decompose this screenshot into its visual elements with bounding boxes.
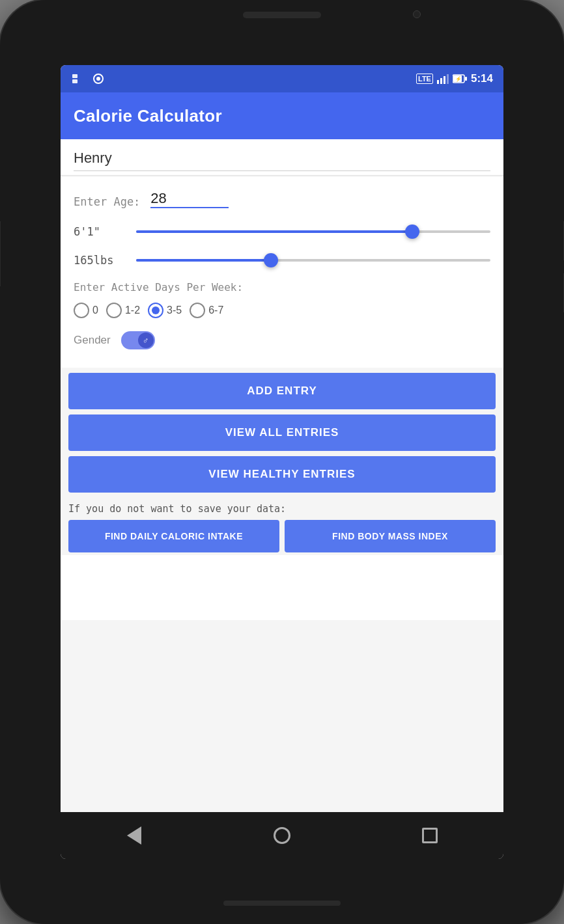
svg-text:⚡: ⚡: [455, 75, 462, 82]
name-input[interactable]: [74, 150, 490, 171]
radio-circle-0[interactable]: [74, 303, 89, 318]
content-area: Enter Age: 6'1" 165lbs: [61, 139, 503, 812]
height-slider-fill: [136, 230, 412, 233]
lte-badge: LTE: [416, 74, 433, 84]
status-system-icons: LTE ⚡ 5:14: [416, 72, 493, 85]
notification-icon-1: [71, 73, 85, 85]
height-slider-track: [136, 230, 490, 233]
radio-option-6-7[interactable]: 6-7: [190, 303, 223, 318]
no-save-label: If you do not want to save your data:: [61, 498, 503, 517]
radio-circle-1-2[interactable]: [106, 303, 122, 318]
radio-label-0: 0: [92, 305, 98, 316]
back-icon: [127, 826, 141, 845]
form-section: Enter Age: 6'1" 165lbs: [61, 177, 503, 368]
svg-rect-5: [440, 78, 442, 84]
signal-icon: [437, 74, 449, 84]
recents-button[interactable]: [418, 824, 442, 847]
weight-slider-container: [136, 252, 490, 268]
view-all-entries-button[interactable]: VIEW ALL ENTRIES: [68, 414, 496, 451]
svg-rect-6: [444, 76, 445, 84]
bottom-spacer: [61, 555, 503, 620]
bottom-buttons-row: FIND DAILY CALORIC INTAKE FIND BODY MASS…: [61, 517, 503, 555]
weight-row: 165lbs: [74, 252, 490, 268]
phone-frame: LTE ⚡ 5:14 Calorie Calculator: [0, 0, 564, 924]
find-bmi-button[interactable]: FIND BODY MASS INDEX: [285, 520, 496, 552]
height-row: 6'1": [74, 224, 490, 239]
weight-slider-track: [136, 259, 490, 262]
height-label: 6'1": [74, 225, 126, 238]
radio-circle-6-7[interactable]: [190, 303, 205, 318]
buttons-section: ADD ENTRY VIEW ALL ENTRIES VIEW HEALTHY …: [61, 368, 503, 498]
svg-rect-1: [72, 79, 78, 83]
clock: 5:14: [471, 72, 493, 85]
weight-slider-fill: [136, 259, 271, 262]
camera: [413, 10, 421, 18]
height-slider-container: [136, 224, 490, 239]
gender-row: Gender ♂: [74, 331, 490, 349]
svg-point-3: [96, 77, 100, 81]
name-section: [61, 139, 503, 176]
radio-option-3-5[interactable]: 3-5: [148, 303, 182, 318]
weight-label: 165lbs: [74, 254, 126, 267]
radio-option-1-2[interactable]: 1-2: [106, 303, 140, 318]
app-toolbar: Calorie Calculator: [61, 92, 503, 139]
radio-label-3-5: 3-5: [167, 305, 182, 316]
active-days-label: Enter Active Days Per Week:: [74, 281, 490, 293]
back-button[interactable]: [122, 824, 146, 847]
phone-screen: LTE ⚡ 5:14 Calorie Calculator: [61, 65, 503, 859]
svg-rect-4: [437, 80, 439, 84]
recents-icon: [422, 828, 438, 843]
svg-rect-10: [465, 77, 467, 81]
gender-toggle[interactable]: ♂: [121, 331, 155, 349]
radio-group: 0 1-2 3-5 6-7: [74, 303, 490, 318]
home-icon: [274, 827, 290, 844]
radio-label-1-2: 1-2: [125, 305, 140, 316]
age-row: Enter Age:: [74, 190, 490, 208]
battery-icon: ⚡: [453, 74, 467, 83]
home-button[interactable]: [270, 824, 294, 847]
radio-label-6-7: 6-7: [208, 305, 223, 316]
weight-slider-thumb[interactable]: [264, 253, 278, 267]
svg-rect-7: [447, 74, 449, 84]
gender-toggle-thumb: ♂: [138, 333, 154, 348]
notification-icon-2: [92, 73, 105, 85]
status-notifications: [71, 73, 105, 85]
radio-circle-3-5[interactable]: [148, 303, 163, 318]
find-caloric-intake-button[interactable]: FIND DAILY CALORIC INTAKE: [68, 520, 279, 552]
age-label: Enter Age:: [74, 195, 140, 208]
age-input[interactable]: [150, 190, 229, 208]
svg-rect-0: [72, 74, 78, 78]
radio-option-0[interactable]: 0: [74, 303, 98, 318]
app-title: Calorie Calculator: [74, 106, 222, 126]
add-entry-button[interactable]: ADD ENTRY: [68, 373, 496, 409]
power-button[interactable]: [0, 221, 1, 286]
navigation-bar: [61, 812, 503, 859]
height-slider-thumb[interactable]: [405, 224, 419, 239]
view-healthy-entries-button[interactable]: VIEW HEALTHY ENTRIES: [68, 456, 496, 493]
gender-label: Gender: [74, 334, 111, 347]
status-bar: LTE ⚡ 5:14: [61, 65, 503, 92]
